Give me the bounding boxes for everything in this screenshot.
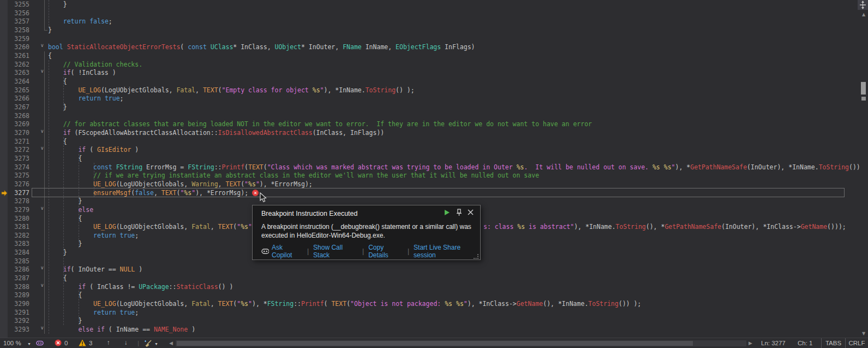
code-text[interactable]: ensureMsgf(false, TEXT("%s"), *ErrorMsg)… xyxy=(48,189,259,197)
code-text[interactable]: if (FScopedAllowAbstractClassAllocation:… xyxy=(48,129,384,137)
code-line[interactable]: 3274 const FString ErrorMsg = FString::P… xyxy=(0,163,868,172)
code-line[interactable]: 3275 // if we are trying instantiate an … xyxy=(0,171,868,180)
code-line[interactable]: 3276 UE_LOG(LogUObjectGlobals, Warning, … xyxy=(0,180,868,188)
hscroll-left-arrow[interactable]: ◀ xyxy=(169,340,173,346)
code-text[interactable]: { xyxy=(48,138,67,145)
warning-count[interactable]: 3 xyxy=(89,340,92,346)
start-live-share-link[interactable]: Start Live Share session xyxy=(414,244,480,259)
code-text[interactable]: if ( GIsEditor ) xyxy=(48,146,139,154)
code-editor-area[interactable]: 3255 }32563257 return false;3258}3259326… xyxy=(0,0,868,338)
error-count[interactable]: 0 xyxy=(64,340,68,346)
code-text[interactable]: { xyxy=(48,52,52,60)
code-line[interactable]: 3259 xyxy=(0,34,868,43)
code-text[interactable]: if( !InClass ) xyxy=(48,69,116,76)
code-text[interactable]: } xyxy=(48,317,82,325)
code-line[interactable]: 3265 UE_LOG(LogUObjectGlobals, Fatal, TE… xyxy=(0,86,868,95)
code-line[interactable]: 3272∨ if ( GIsEditor ) xyxy=(0,145,868,154)
code-line[interactable]: 3268 xyxy=(0,111,868,120)
code-text[interactable]: if( InOuter == NULL ) xyxy=(48,266,142,273)
code-line[interactable]: 3257 return false; xyxy=(0,17,868,26)
code-text[interactable]: UE_LOG(LogUObjectGlobals, Fatal, TEXT("%… xyxy=(48,300,641,308)
code-line[interactable]: 3277 ensureMsgf(false, TEXT("%s"), *Erro… xyxy=(0,188,868,197)
ask-copilot-link[interactable]: Ask Copilot xyxy=(272,244,303,259)
code-text[interactable]: if ( InClass != UPackage::StaticClass() … xyxy=(48,283,233,291)
code-line[interactable]: 3278 } xyxy=(0,197,868,205)
copy-details-link[interactable]: Copy Details xyxy=(368,244,403,259)
code-text[interactable]: } xyxy=(48,1,67,8)
code-line[interactable]: 3270∨ if (FScopedAllowAbstractClassAlloc… xyxy=(0,128,868,137)
fold-chevron-icon[interactable]: ∨ xyxy=(40,145,48,151)
code-text[interactable]: } xyxy=(48,249,67,256)
code-text[interactable]: UE_LOG(LogUObjectGlobals, Fatal, TEXT("%… xyxy=(48,223,252,231)
zoom-dropdown-caret[interactable]: ▼ xyxy=(27,342,31,346)
code-line[interactable]: 3287 { xyxy=(0,274,868,282)
code-text[interactable]: s: class %s is abstract"), *InName.ToStr… xyxy=(483,223,846,231)
fold-chevron-icon[interactable]: ∨ xyxy=(40,128,48,134)
breakpoint-hit-icon[interactable]: ✕ xyxy=(252,190,259,196)
code-text[interactable]: // if we are trying instantiate an abstr… xyxy=(48,172,539,179)
fold-chevron-icon[interactable]: ∨ xyxy=(40,68,48,74)
horizontal-scrollbar[interactable] xyxy=(176,340,746,346)
error-count-icon[interactable] xyxy=(55,339,62,346)
code-text[interactable]: return true; xyxy=(48,232,139,239)
code-line[interactable]: 3289 { xyxy=(0,291,868,299)
warning-count-icon[interactable] xyxy=(79,339,86,346)
code-cleanup-broom-icon[interactable] xyxy=(144,340,152,347)
code-line[interactable]: 3261{ xyxy=(0,51,868,60)
code-line[interactable]: 3267 } xyxy=(0,103,868,111)
continue-icon[interactable] xyxy=(444,209,450,216)
code-line[interactable]: 3291 return true; xyxy=(0,308,868,317)
code-text[interactable]: return false; xyxy=(48,17,112,25)
close-icon[interactable] xyxy=(468,209,474,215)
fold-chevron-icon[interactable]: ∨ xyxy=(40,43,48,48)
code-text[interactable]: { xyxy=(48,155,82,162)
pin-icon[interactable] xyxy=(456,209,462,216)
code-text[interactable]: UE_LOG(LogUObjectGlobals, Warning, TEXT(… xyxy=(48,180,313,188)
code-text[interactable]: return true; xyxy=(48,309,139,316)
split-editor-handle[interactable] xyxy=(858,0,868,10)
code-line[interactable]: 3256 xyxy=(0,9,868,17)
code-line[interactable]: 3290 UE_LOG(LogUObjectGlobals, Fatal, TE… xyxy=(0,299,868,308)
hscroll-right-arrow[interactable]: ▶ xyxy=(749,340,752,346)
code-text[interactable]: bool StaticAllocateObjectErrorTests( con… xyxy=(48,43,475,51)
code-line[interactable]: 3262 // Validation checks. xyxy=(0,60,868,69)
code-text[interactable]: // for abstract classes that are being l… xyxy=(48,120,592,128)
code-text[interactable]: { xyxy=(48,291,82,299)
line-ending-indicator[interactable]: CRLF xyxy=(845,338,868,348)
code-line[interactable]: 3286∨ if( InOuter == NULL ) xyxy=(0,265,868,274)
code-line[interactable]: 3258} xyxy=(0,26,868,34)
next-issue-arrow[interactable]: ↓ xyxy=(124,339,128,346)
code-text[interactable]: } xyxy=(48,197,82,205)
fold-chevron-icon[interactable]: ∨ xyxy=(40,205,48,211)
zoom-level-dropdown[interactable]: 100 % xyxy=(3,340,21,346)
resize-grip[interactable] xyxy=(474,253,479,259)
code-text[interactable]: { xyxy=(48,215,82,222)
code-line[interactable]: 3255 } xyxy=(0,0,868,9)
code-line[interactable]: 3293∨ else if ( InName == NAME_None ) xyxy=(0,325,868,334)
fold-chevron-icon[interactable]: ∨ xyxy=(40,265,48,270)
vertical-scrollbar[interactable]: ▲ ▼ xyxy=(859,10,868,338)
code-text[interactable]: else xyxy=(48,206,93,214)
code-text[interactable]: } xyxy=(48,26,52,34)
indent-mode-indicator[interactable]: TABS xyxy=(821,338,845,348)
vertical-scrollbar-thumb[interactable] xyxy=(861,82,866,95)
code-text[interactable]: { xyxy=(48,78,67,85)
fold-chevron-icon[interactable]: ∨ xyxy=(40,325,48,331)
code-line[interactable]: 3292 } xyxy=(0,316,868,325)
scroll-down-arrow[interactable]: ▼ xyxy=(859,331,868,336)
code-line[interactable]: 3273 { xyxy=(0,154,868,163)
code-text[interactable]: // Validation checks. xyxy=(48,61,142,68)
code-text[interactable]: const FString ErrorMsg = FString::Printf… xyxy=(48,163,864,171)
code-line[interactable]: 3269 // for abstract classes that are be… xyxy=(0,120,868,128)
horizontal-scrollbar-thumb[interactable] xyxy=(177,341,693,346)
code-text[interactable]: } xyxy=(48,240,82,247)
code-line[interactable]: 3266 return true; xyxy=(0,94,868,103)
code-line[interactable]: 3264 { xyxy=(0,77,868,86)
code-text[interactable]: } xyxy=(48,103,67,111)
previous-issue-arrow[interactable]: ↑ xyxy=(107,339,110,346)
code-cleanup-caret[interactable]: ▼ xyxy=(154,342,158,346)
show-call-stack-link[interactable]: Show Call Stack xyxy=(313,244,358,259)
copilot-status-icon[interactable] xyxy=(36,339,44,347)
code-line[interactable]: 3271 { xyxy=(0,137,868,146)
scroll-up-arrow[interactable]: ▲ xyxy=(859,12,868,17)
